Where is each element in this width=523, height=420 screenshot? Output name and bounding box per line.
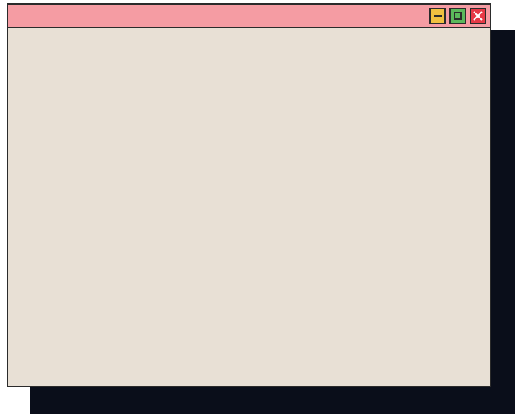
titlebar[interactable] [8, 5, 490, 28]
window-content [8, 28, 490, 386]
close-icon [473, 11, 483, 21]
maximize-icon [454, 12, 462, 20]
application-window [7, 3, 491, 387]
minimize-icon [434, 15, 442, 17]
minimize-button[interactable] [429, 8, 446, 24]
close-button[interactable] [470, 8, 486, 24]
maximize-button[interactable] [449, 8, 466, 24]
